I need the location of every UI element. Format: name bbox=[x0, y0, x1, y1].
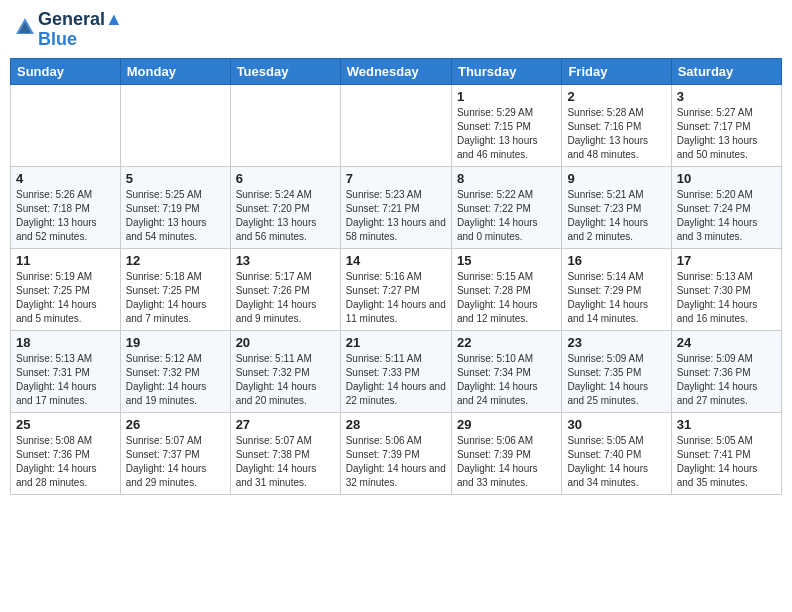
logo-icon bbox=[14, 16, 36, 38]
day-info: Sunrise: 5:15 AM Sunset: 7:28 PM Dayligh… bbox=[457, 270, 556, 326]
day-number: 12 bbox=[126, 253, 225, 268]
calendar-week-1: 1Sunrise: 5:29 AM Sunset: 7:15 PM Daylig… bbox=[11, 84, 782, 166]
calendar-day: 9Sunrise: 5:21 AM Sunset: 7:23 PM Daylig… bbox=[562, 166, 671, 248]
calendar-day: 6Sunrise: 5:24 AM Sunset: 7:20 PM Daylig… bbox=[230, 166, 340, 248]
calendar-day: 12Sunrise: 5:18 AM Sunset: 7:25 PM Dayli… bbox=[120, 248, 230, 330]
day-info: Sunrise: 5:26 AM Sunset: 7:18 PM Dayligh… bbox=[16, 188, 115, 244]
day-info: Sunrise: 5:11 AM Sunset: 7:32 PM Dayligh… bbox=[236, 352, 335, 408]
day-number: 30 bbox=[567, 417, 665, 432]
calendar-day: 31Sunrise: 5:05 AM Sunset: 7:41 PM Dayli… bbox=[671, 412, 781, 494]
calendar-day: 5Sunrise: 5:25 AM Sunset: 7:19 PM Daylig… bbox=[120, 166, 230, 248]
weekday-header-thursday: Thursday bbox=[451, 58, 561, 84]
day-number: 25 bbox=[16, 417, 115, 432]
day-info: Sunrise: 5:19 AM Sunset: 7:25 PM Dayligh… bbox=[16, 270, 115, 326]
day-number: 6 bbox=[236, 171, 335, 186]
calendar-table: SundayMondayTuesdayWednesdayThursdayFrid… bbox=[10, 58, 782, 495]
calendar-day bbox=[11, 84, 121, 166]
day-info: Sunrise: 5:12 AM Sunset: 7:32 PM Dayligh… bbox=[126, 352, 225, 408]
day-number: 8 bbox=[457, 171, 556, 186]
day-info: Sunrise: 5:28 AM Sunset: 7:16 PM Dayligh… bbox=[567, 106, 665, 162]
calendar-day: 29Sunrise: 5:06 AM Sunset: 7:39 PM Dayli… bbox=[451, 412, 561, 494]
calendar-day: 16Sunrise: 5:14 AM Sunset: 7:29 PM Dayli… bbox=[562, 248, 671, 330]
calendar-day: 3Sunrise: 5:27 AM Sunset: 7:17 PM Daylig… bbox=[671, 84, 781, 166]
calendar-day: 4Sunrise: 5:26 AM Sunset: 7:18 PM Daylig… bbox=[11, 166, 121, 248]
calendar-day: 27Sunrise: 5:07 AM Sunset: 7:38 PM Dayli… bbox=[230, 412, 340, 494]
day-number: 5 bbox=[126, 171, 225, 186]
day-number: 4 bbox=[16, 171, 115, 186]
calendar-week-3: 11Sunrise: 5:19 AM Sunset: 7:25 PM Dayli… bbox=[11, 248, 782, 330]
day-number: 1 bbox=[457, 89, 556, 104]
day-info: Sunrise: 5:07 AM Sunset: 7:38 PM Dayligh… bbox=[236, 434, 335, 490]
day-info: Sunrise: 5:11 AM Sunset: 7:33 PM Dayligh… bbox=[346, 352, 446, 408]
day-info: Sunrise: 5:24 AM Sunset: 7:20 PM Dayligh… bbox=[236, 188, 335, 244]
calendar-week-4: 18Sunrise: 5:13 AM Sunset: 7:31 PM Dayli… bbox=[11, 330, 782, 412]
day-info: Sunrise: 5:20 AM Sunset: 7:24 PM Dayligh… bbox=[677, 188, 776, 244]
calendar-day: 18Sunrise: 5:13 AM Sunset: 7:31 PM Dayli… bbox=[11, 330, 121, 412]
calendar-day: 19Sunrise: 5:12 AM Sunset: 7:32 PM Dayli… bbox=[120, 330, 230, 412]
day-info: Sunrise: 5:23 AM Sunset: 7:21 PM Dayligh… bbox=[346, 188, 446, 244]
weekday-header-tuesday: Tuesday bbox=[230, 58, 340, 84]
calendar-day: 23Sunrise: 5:09 AM Sunset: 7:35 PM Dayli… bbox=[562, 330, 671, 412]
calendar-day: 10Sunrise: 5:20 AM Sunset: 7:24 PM Dayli… bbox=[671, 166, 781, 248]
calendar-week-2: 4Sunrise: 5:26 AM Sunset: 7:18 PM Daylig… bbox=[11, 166, 782, 248]
weekday-header-sunday: Sunday bbox=[11, 58, 121, 84]
calendar-day: 1Sunrise: 5:29 AM Sunset: 7:15 PM Daylig… bbox=[451, 84, 561, 166]
day-number: 28 bbox=[346, 417, 446, 432]
day-info: Sunrise: 5:05 AM Sunset: 7:40 PM Dayligh… bbox=[567, 434, 665, 490]
day-number: 16 bbox=[567, 253, 665, 268]
day-info: Sunrise: 5:08 AM Sunset: 7:36 PM Dayligh… bbox=[16, 434, 115, 490]
calendar-header-row: SundayMondayTuesdayWednesdayThursdayFrid… bbox=[11, 58, 782, 84]
calendar-day: 8Sunrise: 5:22 AM Sunset: 7:22 PM Daylig… bbox=[451, 166, 561, 248]
weekday-header-friday: Friday bbox=[562, 58, 671, 84]
day-number: 13 bbox=[236, 253, 335, 268]
day-info: Sunrise: 5:09 AM Sunset: 7:36 PM Dayligh… bbox=[677, 352, 776, 408]
day-info: Sunrise: 5:25 AM Sunset: 7:19 PM Dayligh… bbox=[126, 188, 225, 244]
calendar-day: 21Sunrise: 5:11 AM Sunset: 7:33 PM Dayli… bbox=[340, 330, 451, 412]
day-number: 24 bbox=[677, 335, 776, 350]
calendar-day: 20Sunrise: 5:11 AM Sunset: 7:32 PM Dayli… bbox=[230, 330, 340, 412]
calendar-day: 28Sunrise: 5:06 AM Sunset: 7:39 PM Dayli… bbox=[340, 412, 451, 494]
day-info: Sunrise: 5:14 AM Sunset: 7:29 PM Dayligh… bbox=[567, 270, 665, 326]
calendar-day bbox=[340, 84, 451, 166]
day-info: Sunrise: 5:09 AM Sunset: 7:35 PM Dayligh… bbox=[567, 352, 665, 408]
day-number: 20 bbox=[236, 335, 335, 350]
day-number: 10 bbox=[677, 171, 776, 186]
day-info: Sunrise: 5:16 AM Sunset: 7:27 PM Dayligh… bbox=[346, 270, 446, 326]
calendar-day bbox=[120, 84, 230, 166]
page-header: General▲Blue bbox=[10, 10, 782, 50]
calendar-day bbox=[230, 84, 340, 166]
day-info: Sunrise: 5:05 AM Sunset: 7:41 PM Dayligh… bbox=[677, 434, 776, 490]
calendar-day: 13Sunrise: 5:17 AM Sunset: 7:26 PM Dayli… bbox=[230, 248, 340, 330]
day-info: Sunrise: 5:17 AM Sunset: 7:26 PM Dayligh… bbox=[236, 270, 335, 326]
day-info: Sunrise: 5:22 AM Sunset: 7:22 PM Dayligh… bbox=[457, 188, 556, 244]
calendar-day: 15Sunrise: 5:15 AM Sunset: 7:28 PM Dayli… bbox=[451, 248, 561, 330]
day-info: Sunrise: 5:06 AM Sunset: 7:39 PM Dayligh… bbox=[346, 434, 446, 490]
day-number: 21 bbox=[346, 335, 446, 350]
day-number: 2 bbox=[567, 89, 665, 104]
day-number: 15 bbox=[457, 253, 556, 268]
day-info: Sunrise: 5:21 AM Sunset: 7:23 PM Dayligh… bbox=[567, 188, 665, 244]
weekday-header-wednesday: Wednesday bbox=[340, 58, 451, 84]
calendar-day: 7Sunrise: 5:23 AM Sunset: 7:21 PM Daylig… bbox=[340, 166, 451, 248]
weekday-header-monday: Monday bbox=[120, 58, 230, 84]
calendar-day: 30Sunrise: 5:05 AM Sunset: 7:40 PM Dayli… bbox=[562, 412, 671, 494]
day-number: 18 bbox=[16, 335, 115, 350]
day-number: 17 bbox=[677, 253, 776, 268]
calendar-day: 17Sunrise: 5:13 AM Sunset: 7:30 PM Dayli… bbox=[671, 248, 781, 330]
day-number: 26 bbox=[126, 417, 225, 432]
calendar-day: 14Sunrise: 5:16 AM Sunset: 7:27 PM Dayli… bbox=[340, 248, 451, 330]
calendar-day: 26Sunrise: 5:07 AM Sunset: 7:37 PM Dayli… bbox=[120, 412, 230, 494]
calendar-day: 2Sunrise: 5:28 AM Sunset: 7:16 PM Daylig… bbox=[562, 84, 671, 166]
logo-text: General▲Blue bbox=[38, 10, 123, 50]
weekday-header-saturday: Saturday bbox=[671, 58, 781, 84]
day-number: 27 bbox=[236, 417, 335, 432]
day-info: Sunrise: 5:13 AM Sunset: 7:30 PM Dayligh… bbox=[677, 270, 776, 326]
day-info: Sunrise: 5:27 AM Sunset: 7:17 PM Dayligh… bbox=[677, 106, 776, 162]
day-info: Sunrise: 5:10 AM Sunset: 7:34 PM Dayligh… bbox=[457, 352, 556, 408]
day-number: 11 bbox=[16, 253, 115, 268]
day-number: 19 bbox=[126, 335, 225, 350]
day-info: Sunrise: 5:13 AM Sunset: 7:31 PM Dayligh… bbox=[16, 352, 115, 408]
calendar-day: 25Sunrise: 5:08 AM Sunset: 7:36 PM Dayli… bbox=[11, 412, 121, 494]
day-number: 9 bbox=[567, 171, 665, 186]
day-number: 22 bbox=[457, 335, 556, 350]
